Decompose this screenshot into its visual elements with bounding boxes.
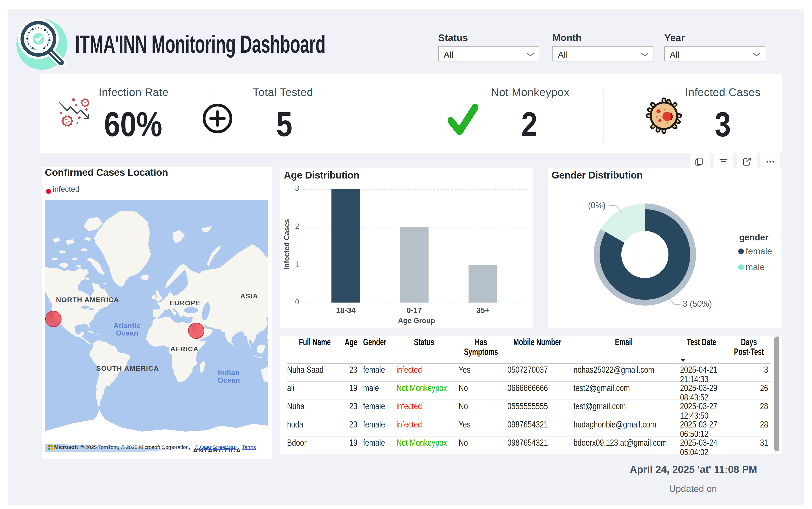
- svg-text:EUROPE: EUROPE: [169, 299, 200, 307]
- svg-text:Ocean: Ocean: [116, 329, 138, 337]
- svg-text:Indian: Indian: [218, 369, 240, 377]
- svg-text:Ocean: Ocean: [218, 376, 240, 384]
- svg-text:ASIA: ASIA: [240, 292, 258, 300]
- svg-text:Atlantic: Atlantic: [114, 322, 141, 330]
- svg-text:© 2025 TomTom, © 2025 Microsof: © 2025 TomTom, © 2025 Microsoft Corporat…: [80, 444, 190, 450]
- svg-text:NORTH AMERICA: NORTH AMERICA: [56, 296, 119, 303]
- svg-text:SOUTH AMERICA: SOUTH AMERICA: [96, 365, 159, 372]
- svg-text:AFRICA: AFRICA: [170, 345, 198, 353]
- svg-text:© OpenStreetMap: © OpenStreetMap: [195, 444, 237, 450]
- svg-text:Microsoft: Microsoft: [54, 444, 78, 450]
- svg-text:Terms: Terms: [242, 444, 256, 450]
